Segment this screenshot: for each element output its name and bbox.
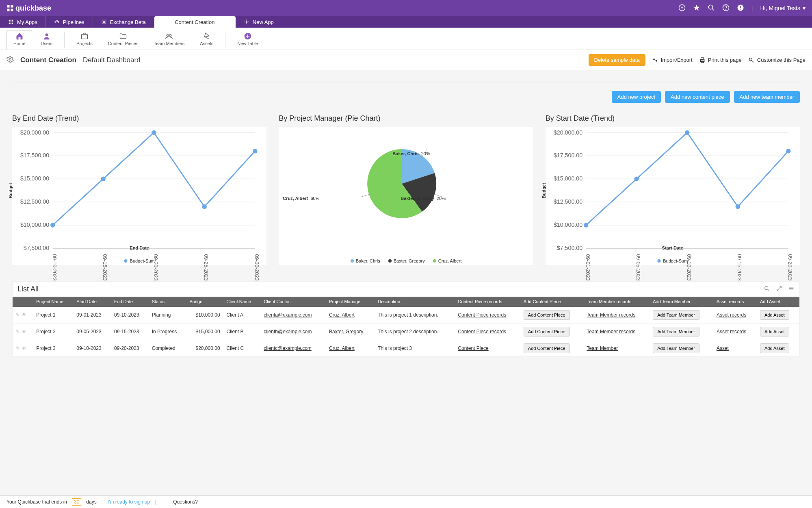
sub-team-members[interactable]: Team Members: [147, 30, 191, 50]
table-header[interactable]: Project Manager: [326, 297, 375, 307]
table-header[interactable]: Client Contact: [260, 297, 326, 307]
nav-content-creation[interactable]: Content Creation: [154, 16, 236, 28]
sub-home[interactable]: Home: [6, 30, 32, 50]
team-member-records-link[interactable]: Team Member records: [587, 329, 635, 334]
grid-icon: [8, 19, 14, 25]
svg-point-31: [167, 35, 169, 37]
add-project-button[interactable]: Add new project: [612, 91, 661, 103]
search-icon[interactable]: [708, 4, 715, 13]
chart-by-start-date: By Start Date (Trend) $20,000.00$17,500.…: [546, 114, 800, 265]
svg-text:$20,000.00: $20,000.00: [20, 129, 49, 136]
legend-label: Cruz, Albert: [438, 258, 461, 263]
x-axis-label: End Date: [130, 245, 149, 250]
add-asset-button[interactable]: Add Asset: [760, 327, 789, 336]
svg-text:$15,000.00: $15,000.00: [20, 175, 49, 182]
print-action[interactable]: Print this page: [699, 57, 742, 63]
content-piece-records-link[interactable]: Content Piece: [458, 345, 488, 351]
plus-circle-icon[interactable]: [678, 4, 686, 13]
cell-description: This is project 3: [375, 340, 455, 357]
sub-assets[interactable]: Assets: [193, 30, 220, 50]
sparkle-icon: [244, 19, 249, 25]
add-content-piece-button[interactable]: Add Content Piece: [524, 343, 570, 353]
delete-sample-data-button[interactable]: Delete sample data: [589, 54, 645, 66]
sub-new-table[interactable]: New Table: [230, 30, 265, 50]
cell-start-date: 09-10-2023: [73, 340, 111, 357]
asset-icon: [203, 32, 211, 40]
star-icon[interactable]: [693, 4, 700, 13]
svg-text:09-01-2023: 09-01-2023: [585, 254, 591, 280]
nav-new-app[interactable]: New App: [236, 16, 282, 28]
team-member-records-link[interactable]: Team Member: [587, 345, 618, 351]
add-content-piece-button[interactable]: Add Content Piece: [524, 327, 570, 336]
svg-line-9: [712, 9, 714, 11]
pie-label-baker: Baker, Chris 20%: [392, 151, 430, 156]
action-label: Import/Export: [661, 57, 693, 63]
pie-label-cruz: Cruz, Albert 60%: [283, 196, 319, 201]
add-team-member-row-button[interactable]: Add Team Member: [653, 343, 699, 353]
legend-label: Baxter, Gregory: [394, 258, 425, 263]
edit-icon[interactable]: ✎: [16, 329, 20, 334]
svg-text:$17,500.00: $17,500.00: [554, 152, 582, 158]
svg-text:$12,500.00: $12,500.00: [20, 198, 49, 205]
svg-text:$10,000.00: $10,000.00: [20, 221, 49, 228]
cell-budget: $20,000.00: [186, 340, 223, 357]
cell-manager-link[interactable]: Cruz, Albert: [329, 345, 355, 351]
svg-rect-20: [12, 22, 13, 22]
home-icon: [15, 32, 24, 40]
svg-point-34: [9, 59, 11, 61]
edit-icon[interactable]: ✎: [16, 345, 20, 351]
asset-records-link[interactable]: Asset records: [717, 329, 746, 334]
customize-action[interactable]: Customize this Page: [748, 57, 806, 63]
cell-contact-link[interactable]: clientb@example.com: [264, 329, 312, 334]
add-team-member-button[interactable]: Add new team member: [734, 91, 800, 103]
svg-rect-0: [7, 5, 10, 8]
cell-manager-link[interactable]: Cruz, Albert: [329, 312, 355, 318]
add-content-piece-button[interactable]: Add new content piece: [665, 91, 730, 103]
sub-content-pieces[interactable]: Content Pieces: [101, 30, 145, 50]
cell-manager-link[interactable]: Baxter, Gregory: [329, 329, 363, 334]
content-piece-records-link[interactable]: Content Piece records: [458, 329, 506, 334]
svg-point-52: [50, 223, 55, 227]
asset-records-link[interactable]: Asset: [717, 345, 729, 351]
brand-text: quickbase: [15, 4, 51, 13]
svg-rect-17: [12, 20, 13, 21]
sub-users[interactable]: Users: [34, 30, 59, 50]
cell-project-name: Project 2: [33, 323, 73, 340]
table-header[interactable]: Content Piece records: [455, 297, 520, 307]
charts-row: By End Date (Trend) $20,000.00$17,500.00…: [12, 114, 800, 265]
svg-point-53: [101, 176, 105, 181]
nav-my-apps[interactable]: My Apps: [0, 16, 46, 28]
import-export-action[interactable]: Import/Export: [652, 57, 693, 63]
svg-text:$12,500.00: $12,500.00: [554, 198, 582, 205]
view-icon[interactable]: 👁: [22, 345, 26, 351]
add-asset-button[interactable]: Add Asset: [760, 343, 789, 353]
svg-point-80: [685, 130, 689, 135]
nav-pipelines[interactable]: Pipelines: [46, 16, 93, 28]
y-axis-label: Budget: [8, 183, 13, 198]
svg-point-29: [45, 33, 48, 36]
cell-contact-link[interactable]: clienta@example.com: [264, 312, 312, 318]
svg-text:$20,000.00: $20,000.00: [554, 129, 582, 136]
svg-rect-14: [740, 9, 741, 10]
svg-rect-13: [740, 6, 741, 8]
cell-description: This is project 1 description.: [375, 307, 455, 323]
gear-icon[interactable]: [6, 56, 14, 64]
content-piece-records-link[interactable]: Content Piece records: [458, 312, 506, 318]
view-icon[interactable]: 👁: [22, 329, 26, 334]
cell-contact-link[interactable]: clientc@example.com: [264, 345, 312, 351]
sub-projects[interactable]: Projects: [69, 30, 100, 50]
svg-text:$7,500.00: $7,500.00: [24, 245, 49, 251]
table-header[interactable]: Description: [375, 297, 455, 307]
nav-exchange[interactable]: Exchange Beta: [93, 16, 154, 28]
page-title: Content Creation: [20, 56, 76, 64]
help-icon[interactable]: [722, 4, 730, 13]
add-team-member-row-button[interactable]: Add Team Member: [653, 327, 699, 336]
cell-client: Client C: [223, 340, 261, 357]
svg-rect-23: [12, 23, 13, 24]
logo[interactable]: quickbase: [6, 4, 51, 13]
user-menu[interactable]: Hi, Miguel Tests ▾: [760, 5, 806, 11]
page-header: Content Creation Default Dashboard Delet…: [0, 50, 812, 70]
nav-label: Content Creation: [175, 19, 214, 25]
chart-by-end-date: By End Date (Trend) $20,000.00$17,500.00…: [12, 114, 266, 265]
alert-icon[interactable]: [737, 4, 744, 13]
